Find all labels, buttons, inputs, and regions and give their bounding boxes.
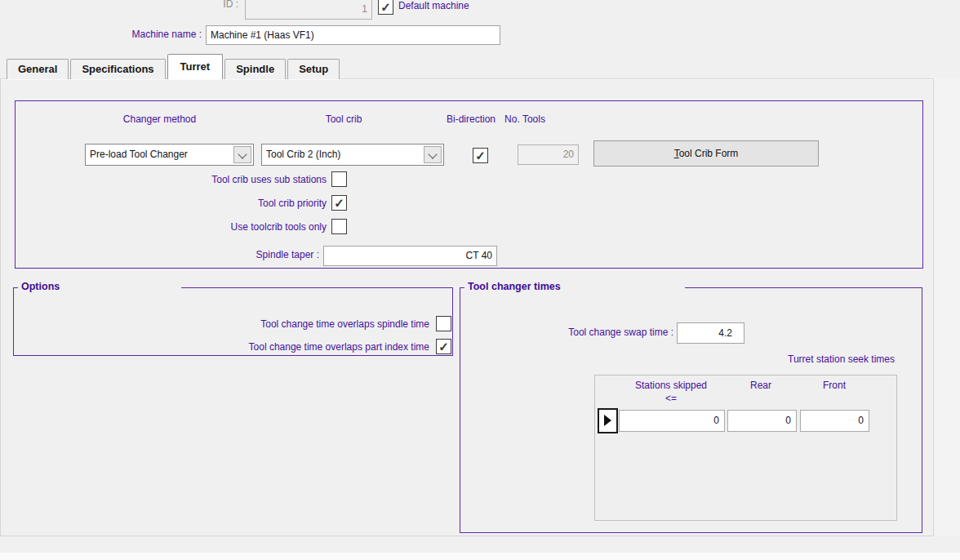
button-label: ool Crib Form [679, 148, 739, 159]
stations-skipped-cell[interactable]: 0 [619, 410, 725, 432]
changer-method-selected-value: Pre-load Tool Changer [90, 149, 188, 160]
overlap-part-index-time-label: Tool change time overlaps part index tim… [148, 341, 429, 353]
swap-time-input[interactable]: 4.2 [677, 322, 744, 344]
tab-specifications[interactable]: Specifications [70, 59, 165, 79]
tab-spindle[interactable]: Spindle [224, 59, 286, 79]
tool-crib-selected-value: Tool Crib 2 (Inch) [266, 149, 340, 160]
toolcrib-tools-only-label: Use toolcrib tools only [122, 221, 327, 233]
row-selector[interactable] [598, 408, 618, 433]
seek-times-label: Turret station seek times [731, 353, 895, 365]
options-title: Options [18, 281, 181, 292]
default-machine-label: Default machine [398, 0, 469, 11]
chevron-down-icon [238, 149, 247, 158]
tool-crib-priority-checkbox[interactable]: ✓ [331, 195, 347, 211]
machine-name-input[interactable]: Machine #1 (Haas VF1) [206, 25, 500, 45]
rear-header: Rear [736, 380, 785, 391]
changer-method-column-label: Changer method [96, 113, 223, 125]
no-tools-column-label: No. Tools [500, 113, 550, 125]
front-cell[interactable]: 0 [800, 410, 869, 432]
tab-turret[interactable]: Turret [167, 54, 224, 79]
tool-crib-priority-label: Tool crib priority [122, 198, 327, 209]
swap-time-label: Tool change swap time : [507, 327, 673, 338]
toolcrib-tools-only-checkbox[interactable] [331, 219, 347, 234]
overlap-spindle-time-checkbox[interactable] [436, 316, 451, 331]
tool-crib-dropdown-button[interactable] [424, 146, 442, 163]
changer-method-select[interactable]: Pre-load Tool Changer [85, 144, 254, 166]
tool-crib-form-button[interactable]: Tool Crib Form [593, 140, 819, 167]
bi-direction-checkbox[interactable]: ✓ [473, 148, 488, 163]
sub-stations-label: Tool crib uses sub stations [122, 174, 327, 185]
machine-settings-window: ID : 1 ✓ Default machine Machine name : … [0, 0, 960, 560]
tool-crib-select[interactable]: Tool Crib 2 (Inch) [261, 144, 444, 166]
front-header: Front [810, 380, 859, 391]
tool-changer-times-groupbox: Tool changer times Tool change swap time… [460, 287, 922, 533]
options-groupbox: Options Tool change time overlaps spindl… [13, 287, 453, 356]
tool-crib-column-label: Tool crib [294, 113, 393, 125]
id-label: ID : [188, 0, 238, 10]
right-margin [934, 78, 960, 536]
overlap-part-index-time-checkbox[interactable]: ✓ [436, 339, 451, 354]
changer-method-dropdown-button[interactable] [233, 146, 251, 163]
bottom-margin [0, 553, 960, 560]
row-selector-arrow-icon [604, 415, 611, 426]
machine-name-label: Machine name : [96, 29, 202, 40]
tool-changer-times-title: Tool changer times [464, 281, 685, 292]
tab-setup[interactable]: Setup [287, 59, 340, 79]
tab-strip: General Specifications Turret Spindle Se… [7, 54, 341, 79]
stations-skipped-subheader: <= [611, 393, 731, 404]
seek-times-table: Stations skipped <= Rear Front 0 0 0 [594, 375, 897, 521]
default-machine-checkbox[interactable]: ✓ [378, 0, 393, 15]
chevron-down-icon [428, 149, 437, 158]
spindle-taper-input[interactable]: CT 40 [323, 246, 497, 266]
sub-stations-checkbox[interactable] [331, 171, 347, 187]
overlap-spindle-time-label: Tool change time overlaps spindle time [148, 318, 429, 330]
spindle-taper-label: Spindle taper : [205, 249, 319, 260]
id-field: 1 [245, 0, 372, 20]
tab-general[interactable]: General [7, 59, 69, 79]
stations-skipped-header: Stations skipped [611, 380, 731, 391]
rear-cell[interactable]: 0 [727, 410, 797, 432]
bi-direction-column-label: Bi-direction [443, 113, 499, 125]
no-tools-field: 20 [518, 144, 579, 165]
